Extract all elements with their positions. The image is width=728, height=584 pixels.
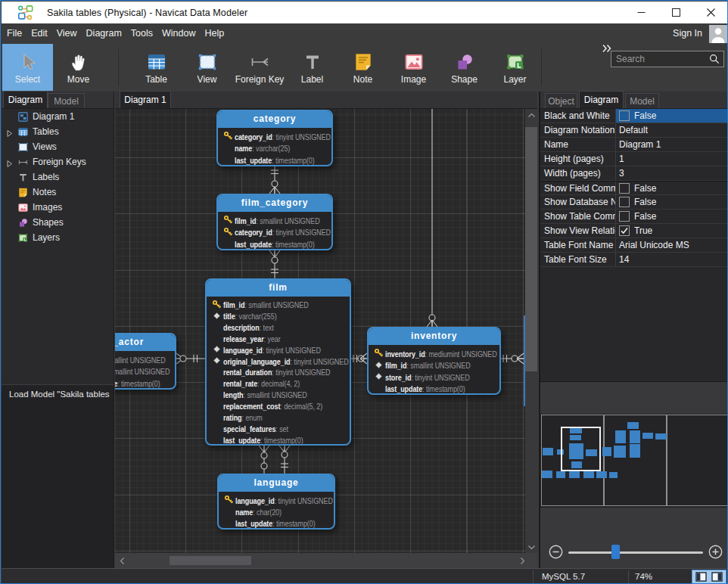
- diagram-canvas[interactable]: categorycategory_id: tinyint UNSIGNEDnam…: [115, 109, 525, 553]
- entity-film_category[interactable]: film_categoryfilm_id: smallint UNSIGNEDc…: [216, 194, 333, 250]
- checkbox-unchecked-icon[interactable]: [619, 110, 630, 121]
- property-row-height-pages-[interactable]: Height (pages)1: [540, 152, 728, 166]
- tool-move-button[interactable]: Move: [53, 44, 104, 91]
- property-row-diagram-notation[interactable]: Diagram NotationDefault: [540, 123, 728, 138]
- expander-icon[interactable]: [5, 127, 14, 135]
- property-value[interactable]: False: [616, 182, 728, 194]
- property-row-show-table-comm[interactable]: Show Table CommFalse: [540, 210, 728, 224]
- tree-item-labels[interactable]: Labels: [2, 169, 114, 185]
- tree-item-foreign-keys[interactable]: Foreign Keys: [2, 154, 114, 169]
- menu-diagram[interactable]: Diagram: [82, 28, 126, 39]
- tool-layer-button[interactable]: Layer: [490, 44, 540, 91]
- tool-note-button[interactable]: Note: [338, 44, 388, 91]
- property-row-show-field-comm[interactable]: Show Field CommFalse: [540, 181, 728, 195]
- property-value[interactable]: Diagram 1: [616, 138, 728, 151]
- menu-edit[interactable]: Edit: [26, 28, 52, 39]
- checkbox-unchecked-icon[interactable]: [619, 183, 630, 194]
- property-row-table-font-name[interactable]: Table Font NameArial Unicode MS: [540, 238, 728, 253]
- tree-item-views[interactable]: Views: [2, 139, 114, 154]
- hscroll-thumb[interactable]: [170, 556, 251, 565]
- toggle-right-panel-icon[interactable]: [711, 572, 723, 582]
- property-value[interactable]: False: [616, 210, 728, 223]
- property-value[interactable]: False: [616, 109, 728, 123]
- blank-icon: [223, 155, 233, 165]
- user-avatar-icon[interactable]: [709, 25, 727, 43]
- scroll-up-icon[interactable]: [525, 109, 537, 121]
- checkbox-unchecked-icon[interactable]: [619, 211, 630, 222]
- zoom-slider-track[interactable]: [568, 551, 703, 554]
- menu-file[interactable]: File: [2, 28, 26, 39]
- property-value[interactable]: True: [616, 224, 728, 238]
- scroll-down-icon[interactable]: [525, 541, 537, 553]
- tool-select-button[interactable]: Select: [2, 44, 53, 91]
- checkbox-unchecked-icon[interactable]: [619, 197, 630, 207]
- canvas-horizontal-scrollbar[interactable]: [115, 553, 537, 568]
- sidebar-tab-model[interactable]: Model: [48, 93, 85, 108]
- title-bar[interactable]: Sakila tables (Physical) - Navicat Data …: [2, 2, 728, 23]
- menu-tools[interactable]: Tools: [126, 28, 157, 39]
- property-row-show-view-relatio[interactable]: Show View RelatioTrue: [540, 224, 728, 238]
- vscroll-thumb[interactable]: [525, 127, 537, 371]
- scroll-left-icon[interactable]: [117, 554, 127, 567]
- property-value[interactable]: False: [616, 195, 728, 209]
- property-value[interactable]: Default: [616, 123, 728, 137]
- canvas-tab-diagram-1[interactable]: Diagram 1: [120, 91, 171, 108]
- search-options-icon[interactable]: [603, 85, 612, 90]
- checkbox-checked-icon[interactable]: [619, 225, 630, 236]
- tree-item-shapes[interactable]: Shapes: [2, 215, 114, 230]
- property-row-black-and-white[interactable]: Black and WhiteFalse: [540, 109, 728, 123]
- minimize-button[interactable]: [624, 2, 658, 23]
- property-value[interactable]: 3: [616, 166, 728, 180]
- canvas-vertical-scrollbar[interactable]: [525, 109, 537, 553]
- property-row-show-database-na[interactable]: Show Database NaFalse: [540, 195, 728, 210]
- maximize-button[interactable]: [658, 2, 693, 23]
- property-row-name[interactable]: NameDiagram 1: [540, 138, 728, 152]
- properties-tab-diagram[interactable]: Diagram: [579, 91, 624, 108]
- tool-label-button[interactable]: Label: [287, 44, 338, 91]
- menu-help[interactable]: Help: [200, 28, 229, 39]
- search-input[interactable]: Search: [611, 51, 724, 67]
- menu-window[interactable]: Window: [157, 28, 200, 39]
- properties-tab-model[interactable]: Model: [625, 93, 659, 108]
- sidebar-tab-diagram[interactable]: Diagram: [3, 91, 48, 108]
- property-value[interactable]: Arial Unicode MS: [616, 238, 728, 252]
- entity-language[interactable]: languagelanguage_id: tinyint UNSIGNEDnam…: [217, 474, 335, 530]
- tool-foreign-key-button[interactable]: Foreign Key: [232, 44, 287, 91]
- tool-table-button[interactable]: Table: [131, 44, 182, 91]
- table-icon: [131, 51, 182, 73]
- zoom-in-button[interactable]: [708, 545, 723, 559]
- key-icon: [223, 215, 233, 225]
- entity-inventory[interactable]: inventoryinventory_id: mediumint UNSIGNE…: [367, 327, 501, 395]
- property-value[interactable]: 14: [616, 253, 728, 266]
- tree-item-layers[interactable]: Layers: [2, 230, 114, 245]
- tree-item-images[interactable]: Images: [2, 200, 114, 215]
- properties-tab-object[interactable]: Object: [545, 93, 577, 108]
- property-value[interactable]: 1: [616, 152, 728, 166]
- entity-film[interactable]: filmfilm_id: smallint UNSIGNEDtitle: var…: [205, 278, 351, 446]
- entity-film_actor[interactable]: film_actorfilm_id: smallint UNSIGNEDacto…: [115, 333, 176, 390]
- property-label: Table Font Name: [540, 238, 616, 252]
- scroll-right-icon[interactable]: [517, 554, 527, 567]
- diagram-overview-minimap[interactable]: [540, 414, 728, 508]
- tool-shape-button[interactable]: Shape: [439, 44, 490, 91]
- tree-item-notes[interactable]: Notes: [2, 185, 114, 200]
- property-row-table-font-size[interactable]: Table Font Size14: [540, 253, 728, 267]
- tool-view-button[interactable]: View: [182, 44, 232, 91]
- property-row-width-pages-[interactable]: Width (pages)3: [540, 166, 728, 181]
- zoom-slider-thumb[interactable]: [611, 545, 620, 559]
- menu-view[interactable]: View: [52, 28, 82, 39]
- tool-image-button[interactable]: Image: [388, 44, 439, 91]
- minimap-viewport[interactable]: [561, 427, 601, 471]
- tree-item-tables[interactable]: Tables: [2, 124, 114, 139]
- property-value-text: True: [634, 225, 652, 236]
- sign-in-button[interactable]: Sign In: [673, 23, 702, 44]
- tree-item-diagram-1[interactable]: Diagram 1: [2, 109, 114, 124]
- toolbar: SelectMoveTableViewForeign KeyLabelNoteI…: [2, 44, 728, 92]
- label-icon: [287, 51, 338, 73]
- left-sidebar: DiagramModel Diagram 1TablesViewsForeign…: [2, 92, 114, 568]
- toggle-left-panel-icon[interactable]: [695, 572, 707, 582]
- expander-icon[interactable]: [5, 157, 14, 166]
- entity-category[interactable]: categorycategory_id: tinyint UNSIGNEDnam…: [216, 110, 333, 166]
- zoom-out-button[interactable]: [549, 545, 563, 559]
- close-button[interactable]: [693, 2, 728, 23]
